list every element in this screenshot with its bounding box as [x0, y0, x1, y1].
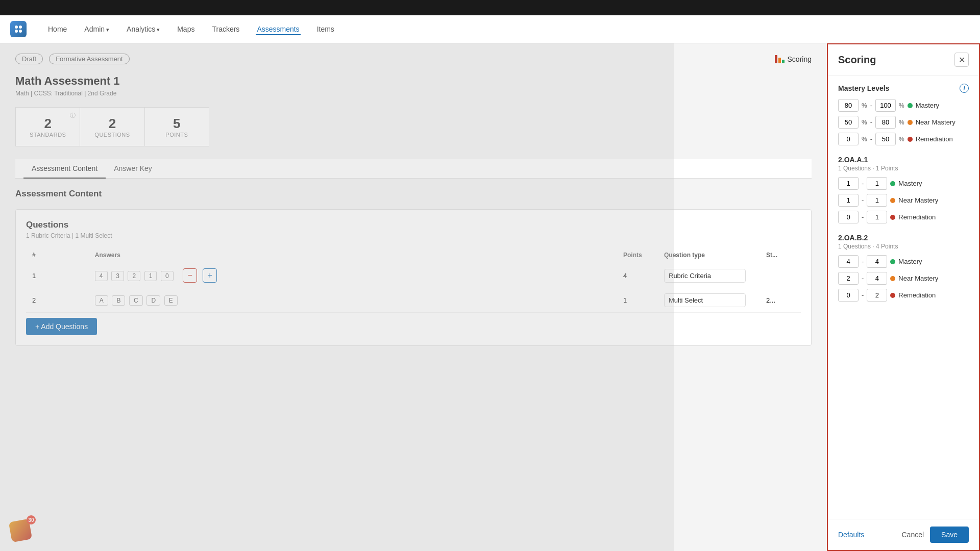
badge-formative[interactable]: Formative Assessment	[49, 54, 130, 64]
mastery-section-header: Mastery Levels i	[838, 84, 969, 93]
mastery-pct: %	[899, 119, 904, 126]
badge-draft[interactable]: Draft	[15, 54, 43, 64]
remediation-label: Remediation	[916, 135, 953, 143]
ans-tag: 2	[128, 271, 140, 281]
mastery-dash: -	[862, 291, 864, 299]
row1-answers: 4 3 2 1 0 − +	[89, 263, 617, 288]
row1-qtype-select[interactable]: Rubric Criteria Multi Select	[664, 269, 746, 283]
cancel-button[interactable]: Cancel	[901, 531, 924, 539]
stat-info-icon[interactable]: ⓘ	[70, 112, 76, 119]
add-questions-button[interactable]: + Add Questions	[26, 318, 97, 335]
mastery-dash: -	[862, 213, 864, 221]
oab2-near-min[interactable]	[838, 272, 859, 285]
mastery-dash: -	[870, 102, 872, 109]
oaa1-rem-min[interactable]	[838, 211, 859, 223]
mastery-dash: -	[862, 274, 864, 282]
table-row: 1 4 3 2 1 0 − + 4	[26, 263, 801, 288]
oaa1-mastery-row: - Mastery	[838, 177, 969, 190]
oaa1-remediation-row: - Remediation	[838, 211, 969, 223]
tab-assessment-content[interactable]: Assessment Content	[23, 159, 106, 179]
stat-questions: 2 QUESTIONS	[80, 107, 144, 146]
ans-tag: 1	[144, 271, 157, 281]
oaa1-near-max[interactable]	[867, 194, 887, 207]
mastery-pct: %	[862, 136, 867, 143]
standard-code-oaa1: 2.OA.A.1	[838, 156, 969, 164]
mastery-pct: %	[862, 102, 867, 109]
oab2-remediation-row: - Remediation	[838, 289, 969, 302]
remediation-max-input[interactable]	[875, 133, 896, 145]
nav-home[interactable]: Home	[47, 23, 68, 35]
mastery-dash: -	[862, 258, 864, 265]
nav-admin[interactable]: Admin	[83, 23, 110, 35]
row2-answers: A B C D E	[89, 288, 617, 313]
oaa1-mastery-label: Mastery	[898, 180, 922, 187]
navbar: Home Admin Analytics Maps Trackers Asses…	[0, 15, 980, 43]
oab2-near-mastery-row: - Near Mastery	[838, 272, 969, 285]
mastery-info-icon[interactable]: i	[960, 84, 969, 93]
oab2-rem-min[interactable]	[838, 289, 859, 302]
questions-title: Questions	[26, 220, 801, 230]
nav-trackers[interactable]: Trackers	[211, 23, 240, 35]
avatar-image: 30	[10, 515, 36, 541]
remediation-min-input[interactable]	[838, 133, 859, 145]
oab2-mastery-max[interactable]	[867, 255, 887, 268]
mastery-row-remediation: % - % Remediation	[838, 133, 969, 145]
app-logo[interactable]	[10, 21, 27, 37]
main-content: Draft Formative Assessment Scoring Math …	[0, 43, 980, 551]
mastery-section-title: Mastery Levels	[838, 84, 889, 92]
oab2-rem-max[interactable]	[867, 289, 887, 302]
remove-answer-button[interactable]: −	[183, 268, 197, 283]
mastery-dash: -	[862, 180, 864, 187]
oab2-near-max[interactable]	[867, 272, 887, 285]
ans-tag: 4	[95, 271, 108, 281]
oab2-mastery-min[interactable]	[838, 255, 859, 268]
row2-qtype-select[interactable]: Multi Select Rubric Criteria	[664, 293, 746, 307]
stat-points-label: POINTS	[157, 132, 197, 138]
questions-table: # Answers Points Question type St... 1 4…	[26, 247, 801, 313]
stat-points-value: 5	[157, 116, 197, 132]
th-standard: St...	[760, 247, 801, 263]
stat-standards: ⓘ 2 STANDARDS	[15, 107, 80, 146]
close-scoring-button[interactable]: ✕	[954, 53, 969, 67]
defaults-button[interactable]: Defaults	[838, 531, 864, 539]
near-mastery-min-input[interactable]	[838, 116, 859, 129]
stat-questions-label: QUESTIONS	[92, 132, 132, 138]
bar-green	[782, 60, 785, 63]
nav-assessments[interactable]: Assessments	[256, 23, 300, 35]
row2-std: 2...	[760, 288, 801, 313]
ans-tag: D	[146, 295, 160, 306]
mastery-pct: %	[899, 136, 904, 143]
oaa1-near-mastery-row: - Near Mastery	[838, 194, 969, 207]
oaa1-near-min[interactable]	[838, 194, 859, 207]
oab2-remediation-label: Remediation	[898, 291, 936, 299]
near-mastery-max-input[interactable]	[875, 116, 896, 129]
th-question-type: Question type	[658, 247, 760, 263]
th-answers: Answers	[89, 247, 617, 263]
scoring-button[interactable]: Scoring	[775, 55, 812, 63]
mastery-max-input[interactable]	[875, 99, 896, 112]
stats-row: ⓘ 2 STANDARDS 2 QUESTIONS 5 POINTS	[15, 107, 209, 146]
oaa1-rem-max[interactable]	[867, 211, 887, 223]
mastery-min-input[interactable]	[838, 99, 859, 112]
scoring-panel-body: Mastery Levels i % - % Mastery % - % N	[828, 76, 979, 519]
stat-standards-value: 2	[28, 116, 67, 132]
scoring-chart-icon	[775, 55, 785, 63]
nav-maps[interactable]: Maps	[176, 23, 195, 35]
mastery-dot-green	[908, 103, 913, 108]
nav-items[interactable]: Items	[316, 23, 335, 35]
oaa1-mastery-max[interactable]	[867, 177, 887, 190]
mastery-row-near: % - % Near Mastery	[838, 116, 969, 129]
standard-code-oab2: 2.OA.B.2	[838, 234, 969, 242]
scoring-panel-footer: Defaults Cancel Save	[828, 519, 979, 550]
add-answer-button[interactable]: +	[203, 268, 217, 283]
nav-analytics[interactable]: Analytics	[126, 23, 161, 35]
stat-questions-value: 2	[92, 116, 132, 132]
tab-answer-key[interactable]: Answer Key	[106, 159, 160, 179]
standard-section-oab2: 2.OA.B.2 1 Questions · 4 Points - Master…	[838, 234, 969, 302]
oaa1-mastery-min[interactable]	[838, 177, 859, 190]
mastery-dot-red	[908, 137, 913, 142]
ans-tag: 0	[161, 271, 174, 281]
save-button[interactable]: Save	[930, 527, 969, 543]
mastery-dash: -	[870, 118, 872, 126]
bottom-avatar[interactable]: 30	[10, 515, 36, 541]
